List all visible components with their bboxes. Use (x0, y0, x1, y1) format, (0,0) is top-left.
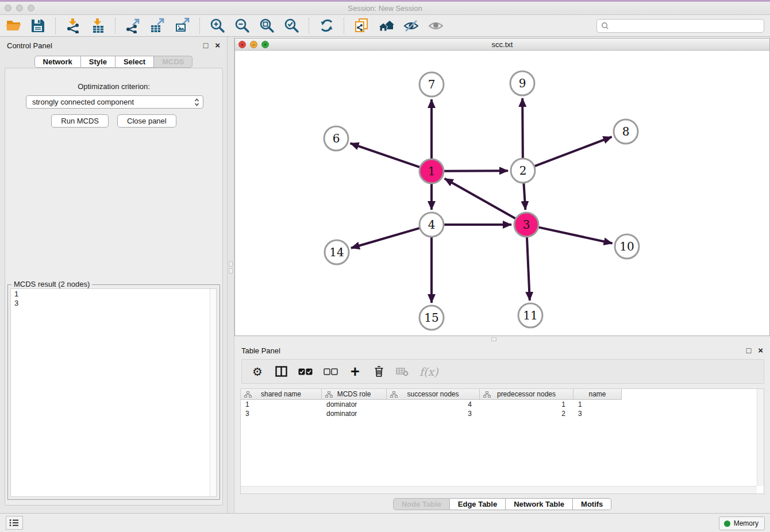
result-item[interactable]: 3 (11, 298, 216, 307)
zoom-out-button[interactable] (232, 17, 252, 35)
cell-shared-name[interactable]: 3 (241, 409, 322, 418)
task-history-button[interactable] (6, 516, 23, 530)
open-session-button[interactable] (3, 17, 23, 35)
apply-function-button[interactable]: f(x) (419, 365, 438, 378)
float-panel-icon[interactable]: □ (746, 346, 751, 354)
memory-button[interactable]: Memory (719, 516, 765, 530)
network-zoom-button[interactable]: + (261, 41, 269, 48)
cell-predecessor-nodes[interactable]: 1 (480, 400, 573, 409)
criterion-dropdown[interactable]: strongly connected component (26, 95, 203, 109)
delete-table-button[interactable] (396, 367, 409, 376)
network-window-titlebar[interactable]: × − + scc.txt (235, 38, 769, 51)
column-header-shared-name[interactable]: shared name (241, 389, 322, 400)
table-horizontal-scrollbar[interactable] (241, 486, 757, 494)
tab-network[interactable]: Network (34, 56, 81, 68)
cell-name[interactable]: 3 (573, 409, 622, 418)
zoom-in-icon (210, 18, 225, 33)
zoom-out-icon (234, 18, 250, 33)
cell-predecessor-nodes[interactable]: 2 (480, 409, 573, 418)
edge-1-2[interactable] (444, 171, 508, 171)
edge-2-9[interactable] (522, 98, 523, 158)
horizontal-splitter[interactable] (234, 336, 770, 342)
network-minimize-button[interactable]: − (250, 41, 257, 48)
tab-select[interactable]: Select (116, 56, 154, 68)
add-column-button[interactable]: + (349, 366, 361, 377)
import-network-button[interactable] (63, 17, 83, 35)
app-close-button[interactable] (5, 5, 11, 11)
export-image-button[interactable] (172, 17, 192, 35)
zoom-in-button[interactable] (207, 17, 227, 35)
deselect-all-button[interactable] (324, 368, 338, 375)
clone-network-button[interactable] (352, 17, 371, 35)
close-panel-icon[interactable]: × (215, 41, 220, 49)
cell-name[interactable]: 1 (573, 400, 622, 409)
graph-node-label-7: 7 (428, 78, 436, 91)
edge-3-11[interactable] (527, 237, 530, 300)
main-toolbar (0, 15, 770, 37)
table-settings-button[interactable]: ⚙ (251, 366, 264, 377)
edge-3-10[interactable] (538, 228, 612, 244)
zoom-fit-button[interactable] (257, 17, 276, 35)
refresh-view-button[interactable] (317, 17, 336, 35)
vertical-splitter[interactable] (227, 37, 234, 513)
table-header: shared nameMCDS rolesuccessor nodesprede… (241, 389, 764, 400)
network-graph: 7968124314101511 (235, 51, 769, 336)
tab-style[interactable]: Style (81, 56, 116, 68)
hide-selected-button[interactable] (401, 17, 421, 35)
select-all-button[interactable] (298, 368, 313, 375)
cell-shared-name[interactable]: 1 (241, 400, 322, 409)
zoom-selected-button[interactable] (282, 17, 301, 35)
export-table-button[interactable] (148, 17, 167, 35)
column-header-predecessor-nodes[interactable]: predecessor nodes (480, 389, 573, 400)
export-network-button[interactable] (123, 17, 143, 35)
edge-1-6[interactable] (351, 143, 420, 167)
splitter-grip[interactable] (491, 337, 496, 341)
splitter-grip[interactable] (229, 261, 233, 267)
refresh-icon (319, 18, 334, 33)
status-bar: Memory (0, 513, 770, 532)
tab-motifs[interactable]: Motifs (573, 498, 611, 510)
toggle-split-view-button[interactable] (275, 366, 287, 377)
list-icon (9, 518, 20, 527)
column-header-name[interactable]: name (573, 389, 622, 400)
table-row[interactable]: 3dominator323 (241, 409, 764, 418)
close-panel-icon[interactable]: × (758, 346, 763, 354)
show-all-networks-button[interactable] (376, 17, 396, 35)
run-mcds-button[interactable]: Run MCDS (51, 114, 109, 128)
column-header-MCDS-role[interactable]: MCDS role (322, 389, 387, 400)
delete-column-button[interactable] (372, 365, 385, 377)
cell-MCDS-role[interactable]: dominator (322, 409, 387, 418)
close-panel-button[interactable]: Close panel (117, 114, 176, 128)
column-header-successor-nodes[interactable]: successor nodes (387, 389, 480, 400)
tab-mcds[interactable]: MCDS (154, 56, 192, 68)
edge-2-3[interactable] (523, 183, 525, 210)
app-zoom-button[interactable] (28, 5, 34, 11)
splitter-grip[interactable] (229, 268, 233, 273)
toolbar-separator (115, 18, 116, 34)
edge-3-1[interactable] (445, 179, 515, 218)
table-row[interactable]: 1dominator411 (241, 400, 764, 409)
edge-4-14[interactable] (351, 228, 419, 248)
dropdown-chevrons-icon (194, 98, 199, 106)
edge-2-8[interactable] (535, 137, 612, 166)
import-table-button[interactable] (88, 17, 107, 35)
cell-MCDS-role[interactable]: dominator (322, 400, 387, 409)
result-scrollbar[interactable] (210, 289, 216, 496)
network-close-button[interactable]: × (238, 41, 246, 48)
network-canvas[interactable]: 7968124314101511 (235, 51, 769, 336)
split-view-icon (275, 366, 287, 377)
search-input[interactable] (611, 20, 764, 32)
table-vertical-scrollbar[interactable] (757, 389, 764, 486)
search-box[interactable] (596, 19, 764, 33)
float-panel-icon[interactable]: □ (203, 41, 208, 49)
save-session-button[interactable] (28, 17, 48, 35)
result-item[interactable]: 1 (11, 289, 216, 298)
tab-network-table[interactable]: Network Table (506, 498, 573, 510)
tab-edge-table[interactable]: Edge Table (450, 498, 506, 510)
cell-successor-nodes[interactable]: 3 (387, 409, 480, 418)
mcds-result-list[interactable]: 13 (10, 288, 217, 497)
tab-node-table[interactable]: Node Table (393, 498, 450, 510)
app-minimize-button[interactable] (16, 5, 23, 11)
cell-successor-nodes[interactable]: 4 (387, 400, 480, 409)
show-hidden-button[interactable] (426, 17, 445, 35)
